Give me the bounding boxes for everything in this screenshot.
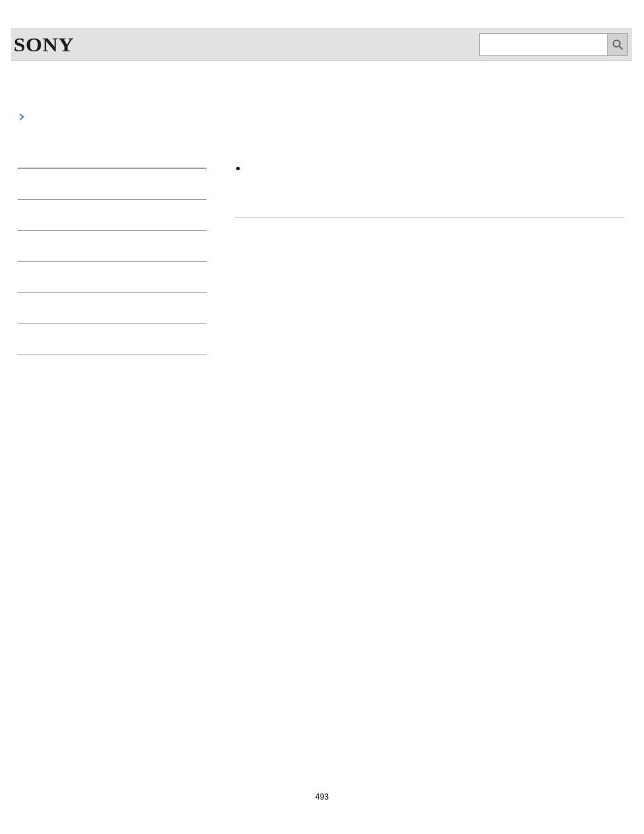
sidebar-nav [18, 167, 207, 355]
svg-line-1 [619, 46, 622, 49]
header-bar: SONY [11, 28, 632, 61]
brand-logo: SONY [14, 33, 74, 56]
sidebar-item[interactable] [18, 262, 207, 293]
chevron-right-icon [18, 112, 28, 123]
bullet-icon [236, 167, 240, 170]
search-group [479, 33, 628, 56]
search-input[interactable] [479, 33, 608, 56]
content-bullet-row [235, 165, 624, 177]
main-content [235, 165, 624, 218]
sidebar-item[interactable] [18, 231, 207, 262]
content-divider [235, 217, 624, 218]
page-number: 493 [0, 792, 644, 802]
sidebar-item[interactable] [18, 169, 207, 200]
page: SONY [0, 0, 644, 834]
sidebar-item[interactable] [18, 324, 207, 355]
sidebar-item[interactable] [18, 200, 207, 231]
sidebar-item[interactable] [18, 293, 207, 324]
search-icon [612, 38, 624, 51]
search-button[interactable] [608, 33, 628, 56]
